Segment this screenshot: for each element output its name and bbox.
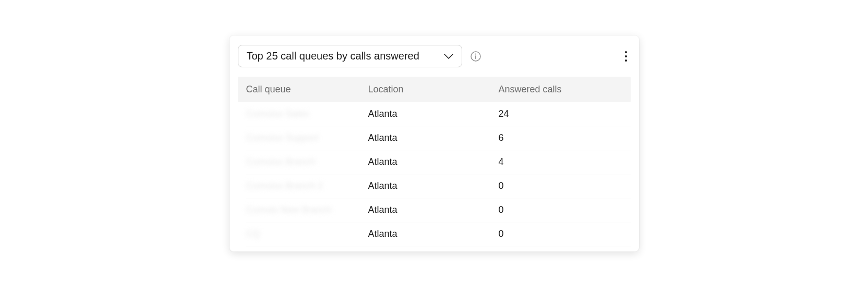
cell-location: Atlanta xyxy=(368,133,499,144)
svg-point-1 xyxy=(475,53,476,54)
cell-location: Atlanta xyxy=(368,109,499,119)
chevron-down-icon xyxy=(444,54,453,59)
cell-answered: 0 xyxy=(499,205,631,216)
metric-dropdown[interactable]: Top 25 call queues by calls answered xyxy=(238,45,462,67)
cell-answered: 24 xyxy=(499,109,631,119)
table-row[interactable]: Cumulus Support Atlanta 6 xyxy=(246,126,631,150)
svg-point-5 xyxy=(625,59,627,62)
svg-point-4 xyxy=(625,55,627,57)
cell-queue: Cumulus Branch 2 xyxy=(246,181,368,192)
cell-queue: Cumulus Support xyxy=(246,133,368,144)
table-row[interactable]: Cumulus Branch Atlanta 4 xyxy=(246,150,631,174)
table-row[interactable]: CQ Atlanta 0 xyxy=(246,222,631,246)
table-row[interactable]: Cumulus Sales Atlanta 24 xyxy=(246,102,631,126)
cell-queue: CQ xyxy=(246,229,368,240)
cell-location: Atlanta xyxy=(368,181,499,192)
more-vertical-icon[interactable] xyxy=(621,47,631,65)
cell-location: Atlanta xyxy=(368,229,499,240)
cell-queue: Cumuls New Branch xyxy=(246,205,368,216)
cell-queue: Cumulus Sales xyxy=(246,109,368,119)
svg-point-3 xyxy=(625,51,627,53)
table-row[interactable]: Cumuls New Branch Atlanta 0 xyxy=(246,198,631,222)
cell-location: Atlanta xyxy=(368,205,499,216)
cell-answered: 0 xyxy=(499,229,631,240)
column-header-location[interactable]: Location xyxy=(368,84,499,95)
table-body: Cumulus Sales Atlanta 24 Cumulus Support… xyxy=(238,102,631,246)
dropdown-label: Top 25 call queues by calls answered xyxy=(247,50,419,62)
table-header-row: Call queue Location Answered calls xyxy=(238,77,631,102)
info-icon[interactable] xyxy=(471,51,481,62)
cell-queue: Cumulus Branch xyxy=(246,157,368,168)
svg-rect-2 xyxy=(475,55,476,59)
cell-answered: 6 xyxy=(499,133,631,144)
call-queue-card: Top 25 call queues by calls answered xyxy=(230,35,639,252)
column-header-queue[interactable]: Call queue xyxy=(238,84,368,95)
table-row[interactable]: Cumulus Branch 2 Atlanta 0 xyxy=(246,174,631,198)
table: Call queue Location Answered calls Cumul… xyxy=(230,77,639,246)
column-header-answered[interactable]: Answered calls xyxy=(499,84,631,95)
card-header: Top 25 call queues by calls answered xyxy=(230,45,639,77)
cell-location: Atlanta xyxy=(368,157,499,168)
cell-answered: 4 xyxy=(499,157,631,168)
cell-answered: 0 xyxy=(499,181,631,192)
